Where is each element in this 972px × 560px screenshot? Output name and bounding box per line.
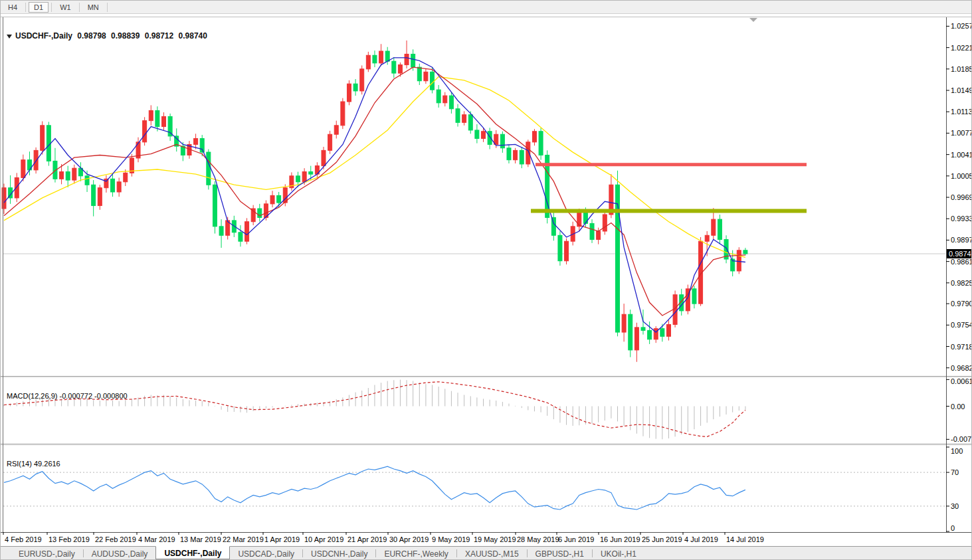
chart-canvas[interactable]: 1.025701.022101.018501.014901.011301.007… [1, 14, 972, 547]
panel-separator[interactable] [1, 444, 972, 444]
svg-text:1.00410: 1.00410 [951, 151, 972, 159]
svg-text:0.99330: 0.99330 [951, 215, 972, 223]
tab-usdchf-daily[interactable]: USDCHF-,Daily [155, 546, 230, 559]
timeframe-toolbar: H4D1W1MN [1, 1, 971, 14]
time-axis-label: 4 Mar 2019 [138, 535, 175, 543]
ohlc-high: 0.98839 [111, 31, 140, 41]
time-axis-label: 22 Mar 2019 [223, 535, 264, 543]
macd-indicator-label: MACD(12,26,9) -0.000772 -0.000800 [7, 392, 128, 400]
symbol-tabbar: EURUSD-,DailyAUDUSD-,DailyUSDCHF-,DailyU… [1, 546, 971, 559]
chart-window: 1.025701.022101.018501.014901.011301.007… [1, 14, 972, 547]
chart-symbol: USDCHF-,Daily [15, 31, 72, 41]
time-axis-label: 10 Apr 2019 [304, 535, 343, 543]
svg-text:1.01130: 1.01130 [951, 108, 972, 116]
rsi-axis-label: 0 [951, 524, 955, 532]
tab-gbpusd-h1[interactable]: GBPUSD-,H1 [528, 547, 592, 559]
svg-text:0.99690: 0.99690 [951, 193, 972, 201]
rsi-name: RSI(14) [7, 460, 32, 468]
toolbar-separator [79, 3, 80, 12]
svg-text:1.00050: 1.00050 [951, 172, 972, 180]
time-axis-label: 13 Mar 2019 [180, 535, 221, 543]
tab-audusd-daily[interactable]: AUDUSD-,Daily [84, 547, 156, 559]
time-axis-label: 1 Apr 2019 [264, 535, 300, 543]
tab-eurchf-weekly[interactable]: EURCHF-,Weekly [376, 547, 456, 559]
svg-text:1.00770: 1.00770 [951, 129, 972, 137]
svg-text:0.97180: 0.97180 [951, 343, 972, 351]
toolbar-separator [107, 3, 108, 12]
mt4-window: H4D1W1MN 1.025701.022101.018501.014901.0… [0, 0, 972, 560]
ohlc-close: 0.98740 [179, 31, 207, 41]
time-axis-label: 21 Apr 2019 [347, 535, 387, 543]
panel-separator[interactable] [1, 376, 972, 377]
time-axis-label: 14 Jul 2019 [726, 535, 764, 543]
svg-text:0.97900: 0.97900 [951, 300, 972, 308]
svg-text:1.01850: 1.01850 [951, 65, 972, 73]
time-axis-label: 19 May 2019 [474, 535, 516, 543]
tab-eurusd-daily[interactable]: EURUSD-,Daily [11, 547, 83, 559]
svg-text:0.98250: 0.98250 [951, 279, 972, 287]
svg-text:0.98970: 0.98970 [951, 236, 972, 244]
current-price-value: 0.98740 [949, 250, 972, 258]
rsi-value: 49.2616 [34, 460, 60, 468]
time-axis-label: 13 Feb 2019 [49, 535, 90, 543]
svg-text:0.97540: 0.97540 [951, 321, 972, 329]
tab-usdcad-daily[interactable]: USDCAD-,Daily [230, 547, 302, 559]
time-axis-label: 4 Jul 2019 [684, 535, 718, 543]
chart-background [1, 14, 972, 547]
toolbar-separator [51, 3, 52, 12]
timeframe-button-w1[interactable]: W1 [54, 2, 76, 13]
svg-text:1.01490: 1.01490 [951, 86, 972, 94]
macd-values: -0.000772 -0.000800 [59, 392, 127, 400]
tab-ukoil-h1[interactable]: UKOil-,H1 [593, 547, 644, 559]
time-axis-label: 30 Apr 2019 [389, 535, 429, 543]
macd-name: MACD(12,26,9) [7, 392, 57, 400]
rsi-axis-label: 100 [951, 447, 963, 455]
time-axis-label: 25 Jun 2019 [642, 535, 682, 543]
tab-usdcnh-daily[interactable]: USDCNH-,Daily [303, 547, 375, 559]
rsi-indicator-label: RSI(14) 49.2616 [7, 460, 60, 468]
svg-text:0.98610: 0.98610 [951, 258, 972, 266]
chart-collapse-icon[interactable] [7, 35, 12, 39]
rsi-axis-label: 70 [951, 468, 959, 476]
timeframe-button-h4[interactable]: H4 [3, 2, 23, 13]
macd-axis-label: 0.00613 [951, 377, 972, 385]
time-axis-label: 22 Feb 2019 [95, 535, 136, 543]
time-axis-label: 6 Jun 2019 [558, 535, 594, 543]
svg-text:0.96820: 0.96820 [951, 364, 972, 372]
timeframe-button-mn[interactable]: MN [82, 2, 104, 13]
svg-text:1.02210: 1.02210 [951, 44, 972, 52]
rsi-axis-label: 30 [951, 502, 959, 510]
tab-xauusd-m15[interactable]: XAUUSD-,M15 [457, 547, 527, 559]
toolbar-separator [25, 3, 26, 12]
ohlc-low: 0.98712 [145, 31, 173, 41]
chart-title: USDCHF-,Daily 0.98798 0.98839 0.98712 0.… [7, 31, 210, 41]
ohlc-open: 0.98798 [77, 31, 106, 41]
time-axis-label: 4 Feb 2019 [5, 535, 42, 543]
time-axis-label: 9 May 2019 [432, 535, 470, 543]
svg-text:1.02570: 1.02570 [951, 22, 972, 30]
time-axis-label: 16 Jun 2019 [600, 535, 640, 543]
macd-axis-label: 0.00 [951, 403, 965, 411]
timeframe-button-d1[interactable]: D1 [29, 2, 49, 13]
time-axis-label: 28 May 2019 [517, 535, 559, 543]
macd-axis-label: -0.007612 [951, 435, 972, 443]
